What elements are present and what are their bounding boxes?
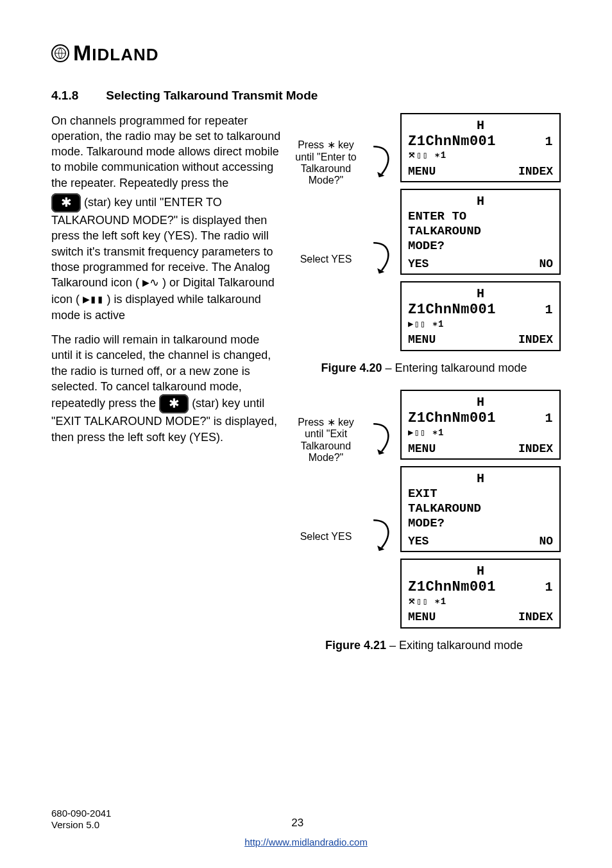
- figure-text: – Entering talkaround mode: [382, 361, 527, 374]
- analog-talkaround-icon: ▶∿: [142, 277, 159, 290]
- heading-number: 4.1.8: [51, 87, 103, 104]
- lcd-index: INDEX: [518, 165, 553, 179]
- lcd-screen: H EXIT TALKAROUND MODE? YESNO: [400, 466, 561, 552]
- lcd-index: INDEX: [518, 333, 553, 347]
- figure-420-flow: Press ∗ key until "Enter to Talkaround M…: [287, 113, 561, 352]
- lcd-one: 1: [545, 580, 553, 595]
- lcd-channel: Z1ChnNm001: [408, 134, 496, 150]
- arrow-icon: [367, 240, 396, 279]
- footer-url: http://www.midlandradio.com: [51, 836, 561, 849]
- lcd-index: INDEX: [518, 611, 553, 625]
- lcd-line: ENTER TO: [408, 209, 553, 224]
- figure-421-flow: Press ∗ key until "Exit Talkaround Mode?…: [287, 390, 561, 629]
- prose-column: On channels programmed for repeater oper…: [51, 113, 281, 445]
- lcd-line: MODE?: [408, 239, 553, 254]
- lcd-line: MODE?: [408, 516, 553, 531]
- lcd-channel: Z1ChnNm001: [408, 302, 496, 318]
- brand-text: MMIDLANDIDLAND: [73, 39, 159, 68]
- lcd-no: NO: [539, 257, 553, 272]
- page-number: 23: [111, 816, 484, 831]
- doc-version: Version 5.0: [51, 819, 111, 831]
- arrow-icon: [367, 517, 396, 556]
- lcd-screen: H ENTER TO TALKAROUND MODE? YESNO: [400, 189, 561, 275]
- lcd-screen: H Z1ChnNm0011 ⤧▯▯ ∗1 MENUINDEX: [400, 113, 561, 183]
- para1a: On channels programmed for repeater oper…: [51, 114, 280, 189]
- lcd-screen: H Z1ChnNm0011 ⤧▯▯ ∗1 MENUINDEX: [400, 559, 561, 629]
- lcd-channel: Z1ChnNm001: [408, 410, 496, 427]
- figure-421-caption: Figure 4.21 – Exiting talkaround mode: [287, 638, 561, 653]
- step-exit-press: Press ∗ key until "Exit Talkaround Mode?…: [287, 417, 364, 464]
- lcd-screen: H Z1ChnNm0011 ▶▯▯ ∗1 MENUINDEX: [400, 390, 561, 460]
- lcd-menu: MENU: [408, 611, 436, 625]
- lcd-yes: YES: [408, 257, 429, 272]
- lcd-line: TALKAROUND: [408, 501, 553, 516]
- figure-label: Figure 4.20: [321, 361, 382, 374]
- lcd-status-icons: ⤧▯▯ ∗1: [408, 150, 553, 161]
- lcd-menu: MENU: [408, 333, 436, 347]
- page-footer: 680-090-2041 Version 5.0 23 http://www.m…: [51, 808, 561, 849]
- doc-number: 680-090-2041: [51, 808, 111, 819]
- lcd-h: H: [408, 395, 553, 410]
- arrow-icon: [367, 144, 396, 182]
- step-exit-select: Select YES: [287, 531, 364, 542]
- para1b: (star) key until "ENTER TO TALKAROUND MO…: [51, 196, 273, 289]
- lcd-status-icons: ▶▯▯ ∗1: [408, 319, 553, 330]
- lcd-status-icons: ⤧▯▯ ∗1: [408, 596, 553, 607]
- lcd-yes: YES: [408, 535, 429, 549]
- lcd-h: H: [408, 471, 553, 487]
- lcd-screen: H Z1ChnNm0011 ▶▯▯ ∗1 MENUINDEX: [400, 281, 561, 351]
- figure-text: – Exiting talkaround mode: [386, 639, 523, 652]
- figure-label: Figure 4.21: [325, 639, 386, 652]
- step-enter-select: Select YES: [287, 254, 364, 265]
- lcd-line: EXIT: [408, 487, 553, 501]
- lcd-one: 1: [545, 134, 553, 150]
- lcd-h: H: [408, 286, 553, 302]
- lcd-one: 1: [545, 302, 553, 318]
- lcd-line: TALKAROUND: [408, 224, 553, 239]
- section-heading: 4.1.8 Selecting Talkaround Transmit Mode: [51, 87, 561, 104]
- lcd-menu: MENU: [408, 165, 436, 179]
- lcd-menu: MENU: [408, 442, 436, 456]
- lcd-channel: Z1ChnNm001: [408, 579, 496, 596]
- star-key-icon: ✱: [159, 394, 189, 413]
- lcd-one: 1: [545, 411, 553, 426]
- lcd-status-icons: ▶▯▯ ∗1: [408, 428, 553, 438]
- star-key-icon: ✱: [51, 193, 81, 213]
- figure-420-caption: Figure 4.20 – Entering talkaround mode: [287, 360, 561, 376]
- lcd-h: H: [408, 564, 553, 579]
- globe-icon: [51, 44, 69, 62]
- step-enter-press: Press ∗ key until "Enter to Talkaround M…: [287, 139, 364, 187]
- digital-talkaround-icon: ▶▮▮: [83, 293, 104, 306]
- brand-logo: MMIDLANDIDLAND: [51, 39, 561, 68]
- lcd-no: NO: [539, 535, 553, 549]
- lcd-h: H: [408, 118, 553, 134]
- heading-title: Selecting Talkaround Transmit Mode: [106, 89, 318, 102]
- lcd-h: H: [408, 194, 553, 209]
- arrow-icon: [367, 421, 396, 460]
- lcd-index: INDEX: [518, 442, 553, 456]
